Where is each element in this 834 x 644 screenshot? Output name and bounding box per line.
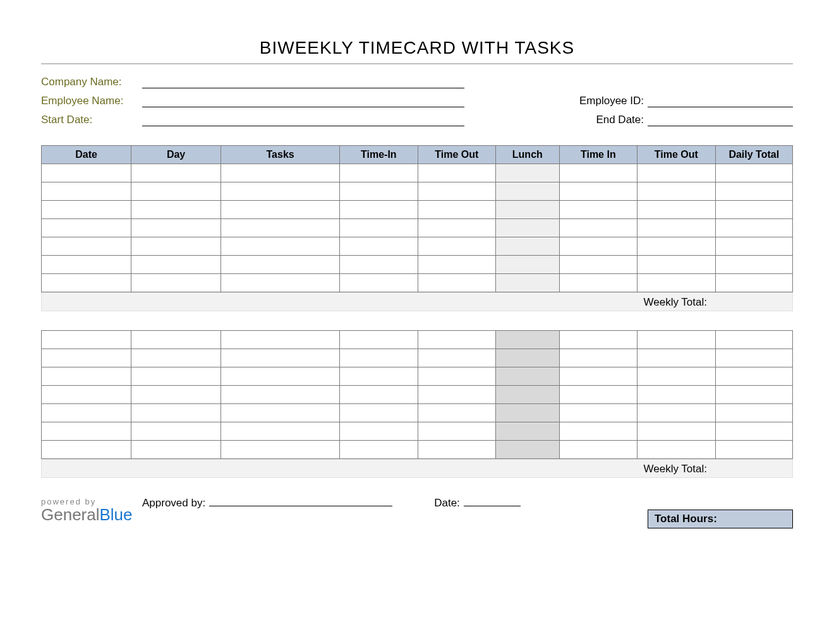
start-date-input[interactable] — [142, 114, 464, 126]
col-time-in-2: Time In — [559, 146, 637, 164]
col-time-out-1: Time Out — [418, 146, 495, 164]
col-tasks: Tasks — [221, 146, 340, 164]
week2-table — [41, 330, 793, 459]
approved-by-label: Approved by: — [142, 497, 205, 510]
end-date-input[interactable] — [648, 114, 793, 126]
table-row — [42, 441, 793, 459]
col-date: Date — [42, 146, 131, 164]
approval-date-input[interactable] — [464, 506, 521, 506]
week2-total-label: Weekly Total: — [41, 459, 793, 478]
table-row — [42, 404, 793, 422]
table-row — [42, 422, 793, 441]
table-row — [42, 201, 793, 219]
col-lunch: Lunch — [496, 146, 560, 164]
end-date-label: End Date: — [464, 114, 648, 126]
employee-name-input[interactable] — [142, 95, 464, 107]
title-divider — [41, 63, 793, 64]
table-row — [42, 367, 793, 386]
table-row — [42, 274, 793, 292]
company-name-input[interactable] — [142, 76, 464, 88]
approval-section: Approved by: Date: — [142, 497, 521, 510]
start-date-label: Start Date: — [41, 114, 142, 126]
week1-table: Date Day Tasks Time-In Time Out Lunch Ti… — [41, 145, 793, 292]
week1-total-label: Weekly Total: — [41, 292, 793, 311]
col-day: Day — [131, 146, 221, 164]
table-row — [42, 256, 793, 274]
employee-id-input[interactable] — [648, 95, 793, 107]
col-time-out-2: Time Out — [638, 146, 715, 164]
company-name-label: Company Name: — [41, 76, 142, 88]
employee-id-label: Employee ID: — [464, 95, 648, 107]
table-row — [42, 219, 793, 237]
table-header-row: Date Day Tasks Time-In Time Out Lunch Ti… — [42, 146, 793, 164]
logo-general: General — [41, 505, 100, 524]
table-row — [42, 164, 793, 182]
footer: powered by GeneralBlue Approved by: Date… — [41, 497, 793, 510]
employee-name-label: Employee Name: — [41, 95, 142, 107]
col-daily-total: Daily Total — [715, 146, 792, 164]
generalblue-logo: GeneralBlue — [41, 505, 133, 525]
table-row — [42, 182, 793, 201]
approval-date-label: Date: — [434, 497, 460, 510]
table-row — [42, 237, 793, 256]
powered-by-logo: powered by GeneralBlue — [41, 497, 133, 525]
col-time-in-1: Time-In — [340, 146, 418, 164]
total-hours-box: Total Hours: — [648, 510, 793, 528]
info-grid: Company Name: Employee Name: Employee ID… — [41, 76, 793, 126]
logo-blue: Blue — [100, 505, 133, 524]
approved-by-input[interactable] — [209, 506, 392, 506]
page-title: BIWEEKLY TIMECARD WITH TASKS — [41, 38, 793, 58]
table-row — [42, 331, 793, 349]
table-row — [42, 349, 793, 367]
table-row — [42, 386, 793, 404]
